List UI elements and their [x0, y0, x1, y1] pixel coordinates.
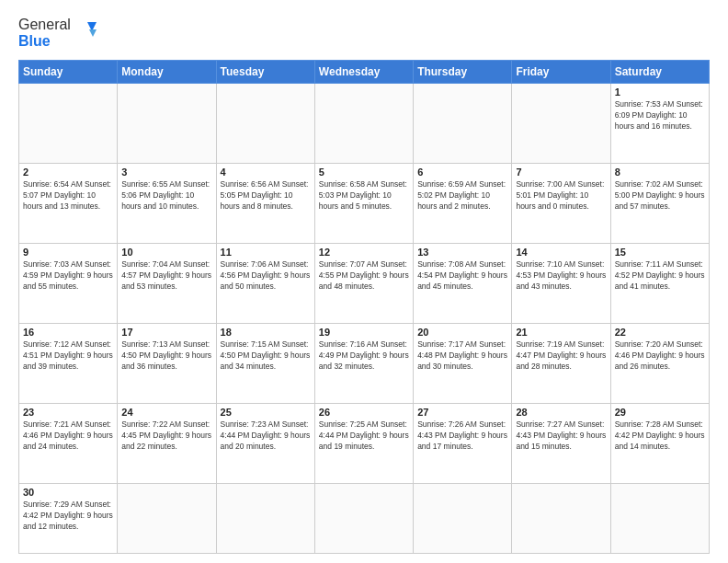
day-number: 10: [121, 247, 211, 258]
calendar-day-cell: [19, 83, 118, 163]
day-info: Sunrise: 7:17 AM Sunset: 4:48 PM Dayligh…: [417, 339, 507, 373]
calendar-day-cell: 21Sunrise: 7:19 AM Sunset: 4:47 PM Dayli…: [512, 323, 610, 403]
calendar-day-cell: 25Sunrise: 7:23 AM Sunset: 4:44 PM Dayli…: [216, 403, 314, 483]
day-number: 13: [417, 247, 507, 258]
day-info: Sunrise: 7:16 AM Sunset: 4:49 PM Dayligh…: [319, 339, 409, 373]
calendar-day-cell: [512, 83, 610, 163]
calendar-day-cell: [118, 83, 216, 163]
day-number: 5: [319, 167, 409, 178]
day-number: 20: [417, 327, 507, 338]
calendar-day-header: Wednesday: [314, 60, 413, 83]
page: General Blue SundayMondayTuesdayWednesda…: [0, 0, 728, 563]
calendar-day-cell: [118, 483, 216, 553]
calendar-week-row: 23Sunrise: 7:21 AM Sunset: 4:46 PM Dayli…: [19, 403, 710, 483]
calendar-day-cell: [414, 83, 512, 163]
calendar-day-cell: 4Sunrise: 6:56 AM Sunset: 5:05 PM Daylig…: [216, 163, 314, 243]
calendar-day-cell: 7Sunrise: 7:00 AM Sunset: 5:01 PM Daylig…: [512, 163, 610, 243]
day-number: 26: [319, 407, 409, 418]
day-number: 21: [516, 327, 606, 338]
day-number: 9: [23, 247, 113, 258]
calendar-day-cell: 28Sunrise: 7:27 AM Sunset: 4:43 PM Dayli…: [512, 403, 610, 483]
calendar-day-cell: 20Sunrise: 7:17 AM Sunset: 4:48 PM Dayli…: [414, 323, 512, 403]
logo: General Blue: [18, 17, 98, 51]
calendar-day-cell: 13Sunrise: 7:08 AM Sunset: 4:54 PM Dayli…: [414, 243, 512, 323]
day-info: Sunrise: 7:15 AM Sunset: 4:50 PM Dayligh…: [221, 339, 311, 373]
calendar-day-header: Sunday: [19, 60, 118, 83]
calendar-day-header: Monday: [118, 60, 216, 83]
calendar-day-header: Thursday: [414, 60, 512, 83]
day-info: Sunrise: 7:20 AM Sunset: 4:46 PM Dayligh…: [615, 339, 705, 373]
calendar-day-cell: [314, 483, 413, 553]
day-number: 25: [221, 407, 311, 418]
day-info: Sunrise: 7:53 AM Sunset: 6:09 PM Dayligh…: [615, 99, 705, 132]
day-info: Sunrise: 6:54 AM Sunset: 5:07 PM Dayligh…: [23, 179, 113, 213]
calendar-day-cell: [414, 483, 512, 553]
calendar-day-cell: 10Sunrise: 7:04 AM Sunset: 4:57 PM Dayli…: [118, 243, 216, 323]
day-number: 6: [417, 167, 507, 178]
day-info: Sunrise: 7:23 AM Sunset: 4:44 PM Dayligh…: [221, 419, 311, 453]
calendar-day-cell: 3Sunrise: 6:55 AM Sunset: 5:06 PM Daylig…: [118, 163, 216, 243]
calendar-week-row: 16Sunrise: 7:12 AM Sunset: 4:51 PM Dayli…: [19, 323, 710, 403]
calendar-day-header: Tuesday: [216, 60, 314, 83]
day-number: 15: [615, 247, 705, 258]
day-info: Sunrise: 7:27 AM Sunset: 4:43 PM Dayligh…: [516, 419, 606, 453]
calendar-day-cell: 15Sunrise: 7:11 AM Sunset: 4:52 PM Dayli…: [610, 243, 709, 323]
calendar-week-row: 2Sunrise: 6:54 AM Sunset: 5:07 PM Daylig…: [19, 163, 710, 243]
day-info: Sunrise: 7:02 AM Sunset: 5:00 PM Dayligh…: [615, 179, 705, 213]
day-info: Sunrise: 7:25 AM Sunset: 4:44 PM Dayligh…: [319, 419, 409, 453]
day-info: Sunrise: 7:12 AM Sunset: 4:51 PM Dayligh…: [23, 339, 113, 373]
calendar-day-cell: 8Sunrise: 7:02 AM Sunset: 5:00 PM Daylig…: [610, 163, 709, 243]
day-info: Sunrise: 6:58 AM Sunset: 5:03 PM Dayligh…: [319, 179, 409, 213]
calendar-day-cell: 19Sunrise: 7:16 AM Sunset: 4:49 PM Dayli…: [314, 323, 413, 403]
calendar-day-cell: [216, 83, 314, 163]
logo-icon: [73, 20, 98, 46]
calendar-day-cell: 1Sunrise: 7:53 AM Sunset: 6:09 PM Daylig…: [610, 83, 709, 163]
day-info: Sunrise: 7:21 AM Sunset: 4:46 PM Dayligh…: [23, 419, 113, 453]
day-info: Sunrise: 7:06 AM Sunset: 4:56 PM Dayligh…: [221, 259, 311, 293]
calendar-day-cell: 24Sunrise: 7:22 AM Sunset: 4:45 PM Dayli…: [118, 403, 216, 483]
day-info: Sunrise: 6:59 AM Sunset: 5:02 PM Dayligh…: [417, 179, 507, 213]
day-number: 19: [319, 327, 409, 338]
day-number: 16: [23, 327, 113, 338]
calendar-table: SundayMondayTuesdayWednesdayThursdayFrid…: [18, 60, 710, 554]
calendar-day-cell: 26Sunrise: 7:25 AM Sunset: 4:44 PM Dayli…: [314, 403, 413, 483]
day-number: 4: [221, 167, 311, 178]
calendar-day-cell: 27Sunrise: 7:26 AM Sunset: 4:43 PM Dayli…: [414, 403, 512, 483]
day-number: 11: [221, 247, 311, 258]
calendar-day-cell: [610, 483, 709, 553]
day-info: Sunrise: 7:04 AM Sunset: 4:57 PM Dayligh…: [121, 259, 211, 293]
calendar-day-cell: 11Sunrise: 7:06 AM Sunset: 4:56 PM Dayli…: [216, 243, 314, 323]
day-number: 27: [417, 407, 507, 418]
day-info: Sunrise: 7:11 AM Sunset: 4:52 PM Dayligh…: [615, 259, 705, 293]
day-number: 14: [516, 247, 606, 258]
calendar-day-cell: 18Sunrise: 7:15 AM Sunset: 4:50 PM Dayli…: [216, 323, 314, 403]
calendar-day-cell: 12Sunrise: 7:07 AM Sunset: 4:55 PM Dayli…: [314, 243, 413, 323]
day-info: Sunrise: 6:56 AM Sunset: 5:05 PM Dayligh…: [221, 179, 311, 213]
day-info: Sunrise: 7:28 AM Sunset: 4:42 PM Dayligh…: [615, 419, 705, 453]
day-info: Sunrise: 7:07 AM Sunset: 4:55 PM Dayligh…: [319, 259, 409, 293]
day-number: 8: [615, 167, 705, 178]
day-info: Sunrise: 7:08 AM Sunset: 4:54 PM Dayligh…: [417, 259, 507, 293]
header: General Blue: [18, 17, 710, 51]
day-number: 28: [516, 407, 606, 418]
calendar-day-cell: 30Sunrise: 7:29 AM Sunset: 4:42 PM Dayli…: [19, 483, 118, 553]
calendar-header-row: SundayMondayTuesdayWednesdayThursdayFrid…: [19, 60, 710, 83]
calendar-day-cell: 23Sunrise: 7:21 AM Sunset: 4:46 PM Dayli…: [19, 403, 118, 483]
day-info: Sunrise: 7:10 AM Sunset: 4:53 PM Dayligh…: [516, 259, 606, 293]
calendar-day-header: Saturday: [610, 60, 709, 83]
day-number: 17: [121, 327, 211, 338]
calendar-day-cell: 29Sunrise: 7:28 AM Sunset: 4:42 PM Dayli…: [610, 403, 709, 483]
logo-general: General: [18, 17, 71, 33]
calendar-day-header: Friday: [512, 60, 610, 83]
day-number: 30: [23, 487, 113, 498]
day-info: Sunrise: 6:55 AM Sunset: 5:06 PM Dayligh…: [121, 179, 211, 213]
day-number: 22: [615, 327, 705, 338]
day-number: 29: [615, 407, 705, 418]
day-number: 3: [121, 167, 211, 178]
day-info: Sunrise: 7:00 AM Sunset: 5:01 PM Dayligh…: [516, 179, 606, 213]
calendar-week-row: 30Sunrise: 7:29 AM Sunset: 4:42 PM Dayli…: [19, 483, 710, 553]
calendar-day-cell: 6Sunrise: 6:59 AM Sunset: 5:02 PM Daylig…: [414, 163, 512, 243]
day-info: Sunrise: 7:03 AM Sunset: 4:59 PM Dayligh…: [23, 259, 113, 293]
calendar-week-row: 1Sunrise: 7:53 AM Sunset: 6:09 PM Daylig…: [19, 83, 710, 163]
calendar-day-cell: 5Sunrise: 6:58 AM Sunset: 5:03 PM Daylig…: [314, 163, 413, 243]
